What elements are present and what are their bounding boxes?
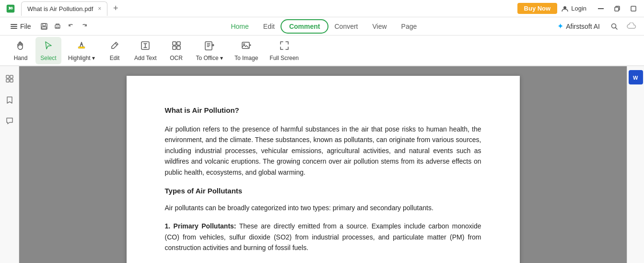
- sidebar-comment-button[interactable]: [3, 114, 16, 128]
- new-tab-button[interactable]: +: [109, 2, 122, 15]
- buy-now-button[interactable]: Buy Now: [517, 3, 558, 14]
- tool-add-text[interactable]: Add Text: [129, 37, 161, 64]
- right-panel: W: [627, 66, 644, 263]
- add-text-label: Add Text: [134, 55, 156, 61]
- to-image-icon: [241, 40, 252, 53]
- tab-home[interactable]: Home: [224, 20, 255, 33]
- pdf-intro-paragraph: Air pollution refers to the presence of …: [165, 124, 481, 178]
- menu-tabs: Home Edit Comment Convert View Page: [96, 20, 552, 33]
- window-controls: [594, 3, 640, 14]
- login-button[interactable]: Login: [561, 5, 586, 12]
- svg-rect-6: [11, 26, 17, 27]
- ai-button[interactable]: ✦ Afirstsoft AI: [553, 20, 604, 32]
- tool-ocr[interactable]: OCR: [164, 37, 189, 64]
- cloud-icon: [627, 23, 636, 30]
- print-icon: [54, 23, 61, 30]
- tool-hand[interactable]: Hand: [8, 37, 34, 64]
- tool-to-image[interactable]: To Image: [230, 37, 263, 64]
- tab-page[interactable]: Page: [395, 20, 424, 33]
- svg-rect-25: [6, 79, 9, 82]
- pdf-page: What is Air Pollution? Air pollution ref…: [127, 76, 520, 263]
- menu-bar: File: [0, 17, 644, 36]
- undo-icon: [67, 23, 75, 30]
- tab-view[interactable]: View: [366, 20, 394, 33]
- ai-star-icon: ✦: [557, 22, 563, 31]
- main-area: What is Air Pollution? Air pollution ref…: [0, 66, 644, 263]
- select-icon: [43, 40, 54, 53]
- tab-edit[interactable]: Edit: [257, 20, 281, 33]
- svg-rect-23: [6, 75, 9, 78]
- pdf-section2-intro: Air pollutants can be broadly categorize…: [165, 203, 481, 213]
- restore-button[interactable]: [610, 3, 624, 14]
- svg-rect-4: [631, 6, 636, 11]
- word-conversion-button[interactable]: W: [629, 70, 643, 84]
- highlight-label: Highlight ▾: [68, 55, 95, 61]
- login-label: Login: [571, 5, 586, 12]
- highlight-icon: [76, 40, 87, 53]
- svg-point-22: [243, 43, 245, 45]
- svg-rect-12: [56, 27, 59, 28]
- tool-edit[interactable]: Edit: [102, 37, 128, 64]
- svg-rect-2: [598, 8, 604, 9]
- ocr-label: OCR: [170, 55, 183, 61]
- tab-comment[interactable]: Comment: [282, 20, 327, 33]
- print-button[interactable]: [51, 20, 64, 33]
- tool-highlight[interactable]: Highlight ▾: [63, 37, 100, 64]
- svg-rect-7: [11, 28, 17, 29]
- ocr-icon: [171, 40, 182, 53]
- redo-button[interactable]: [78, 20, 91, 33]
- svg-rect-16: [173, 42, 176, 45]
- to-office-label: To Office ▾: [196, 55, 223, 61]
- tool-to-office[interactable]: To Office ▾: [191, 37, 228, 64]
- pdf-area[interactable]: What is Air Pollution? Air pollution ref…: [19, 66, 627, 263]
- pdf-section2-title: Types of Air Pollutants: [165, 185, 481, 197]
- title-bar: What is Air Pollution.pdf × + Buy Now Lo…: [0, 0, 644, 17]
- svg-rect-8: [41, 24, 47, 29]
- toolbar: Hand Select Highlight ▾ Edit: [0, 36, 644, 66]
- ai-label: Afirstsoft AI: [566, 23, 600, 30]
- comment-icon: [5, 117, 14, 125]
- title-bar-actions: Buy Now Login: [517, 3, 640, 14]
- word-icon: W: [631, 72, 641, 82]
- pdf-main-title: What is Air Pollution?: [165, 105, 481, 116]
- redo-icon: [81, 23, 88, 30]
- undo-button[interactable]: [65, 20, 77, 33]
- svg-rect-5: [11, 24, 17, 25]
- sidebar-thumbnail-button[interactable]: [3, 72, 16, 85]
- svg-rect-19: [177, 46, 180, 49]
- save-button[interactable]: [38, 20, 50, 33]
- full-screen-label: Full Screen: [269, 55, 299, 61]
- active-tab[interactable]: What is Air Pollution.pdf ×: [21, 1, 107, 16]
- add-text-icon: [140, 40, 151, 53]
- tab-convert[interactable]: Convert: [328, 20, 364, 33]
- thumbnail-icon: [5, 74, 14, 83]
- save-icon: [40, 23, 48, 30]
- search-icon: [610, 23, 618, 30]
- edit-label: Edit: [110, 55, 120, 61]
- svg-rect-17: [177, 42, 180, 45]
- bookmark-icon: [5, 96, 14, 104]
- search-button[interactable]: [608, 20, 621, 33]
- tab-close-button[interactable]: ×: [98, 5, 101, 12]
- minimize-button[interactable]: [594, 3, 608, 14]
- cloud-button[interactable]: [625, 20, 638, 33]
- pdf-section3-text: 1. Primary Pollutants: These are directl…: [165, 221, 481, 253]
- menu-right: ✦ Afirstsoft AI: [553, 20, 638, 33]
- sidebar-bookmark-button[interactable]: [3, 93, 16, 107]
- maximize-button[interactable]: [627, 3, 640, 14]
- svg-rect-14: [78, 47, 85, 48]
- tool-full-screen[interactable]: Full Screen: [265, 37, 304, 64]
- user-icon: [561, 5, 569, 12]
- svg-rect-20: [205, 42, 212, 50]
- tab-title: What is Air Pollution.pdf: [27, 5, 93, 12]
- hamburger-icon: [11, 23, 17, 30]
- hand-label: Hand: [14, 55, 28, 61]
- svg-rect-24: [10, 75, 13, 78]
- hand-icon: [15, 40, 26, 53]
- svg-rect-18: [173, 46, 176, 49]
- tab-bar: What is Air Pollution.pdf × +: [21, 1, 514, 16]
- quick-actions: [38, 20, 91, 33]
- full-screen-icon: [279, 40, 290, 53]
- file-menu[interactable]: File: [6, 21, 36, 32]
- tool-select[interactable]: Select: [35, 37, 61, 64]
